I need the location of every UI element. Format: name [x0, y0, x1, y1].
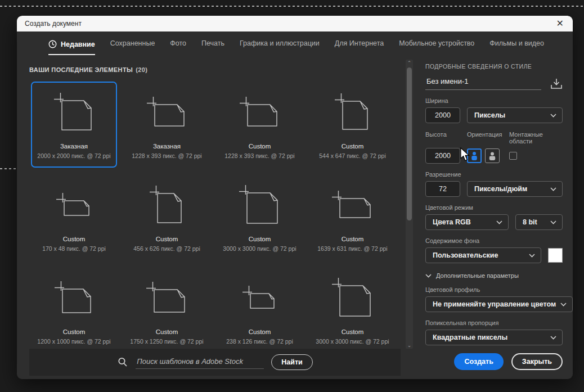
- tab-label: Для Интернета: [335, 39, 384, 47]
- color-profile-label: Цветовой профиль: [425, 286, 563, 293]
- height-label: Высота: [425, 131, 467, 145]
- tab-film[interactable]: Фильмы и видео: [489, 39, 544, 55]
- document-page-icon: [311, 175, 394, 236]
- document-page-icon: [218, 175, 302, 236]
- bit-depth-dropdown[interactable]: 8 bit: [515, 214, 563, 230]
- document-page-icon: [218, 268, 302, 328]
- chevron-down-icon: [560, 303, 567, 307]
- recent-header: ВАШИ ПОСЛЕДНИЕ ЭЛЕМЕНТЫ(20): [29, 66, 416, 73]
- document-page-icon: [125, 268, 209, 328]
- color-mode-dropdown[interactable]: Цвета RGB: [425, 214, 509, 230]
- dialog-titlebar[interactable]: Создать документ ✕: [17, 16, 573, 31]
- advanced-options-toggle[interactable]: Дополнительные параметры: [425, 272, 563, 279]
- tab-web[interactable]: Для Интернета: [335, 39, 384, 55]
- document-name: Custom: [156, 236, 178, 242]
- document-name: Custom: [342, 236, 364, 242]
- recent-item-card[interactable]: Custom456 x 626 пикс. @ 72 ppi: [124, 174, 210, 260]
- recent-item-card[interactable]: Custom1639 x 631 пикс. @ 72 ppi: [309, 174, 396, 260]
- chevron-down-icon: [550, 187, 556, 191]
- color-profile-dropdown[interactable]: Не применяйте управление цветом: [425, 296, 573, 312]
- color-mode-value: Цвета RGB: [433, 218, 492, 226]
- document-name: Custom: [63, 328, 86, 335]
- document-page-icon: [311, 83, 394, 143]
- recent-item-card[interactable]: Custom3000 x 3000 пикс. @ 72 ppi: [217, 174, 303, 260]
- document-name-field[interactable]: Без имени-1: [425, 77, 541, 90]
- dialog-title: Создать документ: [25, 20, 82, 28]
- recent-item-card[interactable]: Custom170 x 48 пикс. @ 72 ppi: [31, 174, 117, 260]
- tab-saved[interactable]: Сохраненные: [110, 39, 155, 55]
- close-button[interactable]: Закрыть: [511, 353, 563, 370]
- recent-item-card[interactable]: Заказная1228 x 393 пикс. @ 72 ppi: [124, 82, 210, 168]
- selection-ants-left: [0, 168, 17, 169]
- document-name: Custom: [249, 236, 271, 242]
- chevron-down-icon: [529, 254, 535, 258]
- search-input[interactable]: [136, 355, 264, 369]
- recent-count: (20): [136, 66, 147, 73]
- recent-item-card[interactable]: Custom238 x 126 пикс. @ 72 ppi: [217, 267, 303, 353]
- resolution-unit-dropdown[interactable]: Пикселы/дюйм: [467, 181, 563, 197]
- document-name: Custom: [249, 328, 271, 335]
- document-dimensions: 1200 x 1000 пикс. @ 72 ppi: [37, 338, 110, 345]
- preset-details-panel: ПОДРОБНЫЕ СВЕДЕНИЯ О СТИЛЕ Без имени-1 Ш…: [416, 55, 573, 379]
- search-button[interactable]: Найти: [271, 354, 312, 370]
- stock-search-bar: Найти: [29, 349, 401, 376]
- bit-depth-value: 8 bit: [523, 218, 546, 226]
- document-dimensions: 2000 x 2000 пикс. @ 72 ppi: [37, 152, 110, 159]
- scrollbar-thumb[interactable]: [407, 67, 412, 220]
- width-label: Ширина: [425, 97, 563, 104]
- tab-print[interactable]: Печать: [201, 39, 224, 55]
- width-unit-dropdown[interactable]: Пикселы: [467, 107, 563, 123]
- document-name: Заказная: [153, 143, 181, 150]
- advanced-options-label: Дополнительные параметры: [436, 272, 519, 279]
- document-dimensions: 1228 x 393 пикс. @ 72 ppi: [224, 152, 294, 159]
- scroll-up-icon[interactable]: ⌃: [406, 60, 413, 66]
- category-tabbar: НедавниеСохраненныеФотоПечатьГрафика и и…: [17, 31, 573, 55]
- tab-mobile[interactable]: Мобильное устройство: [399, 39, 474, 55]
- recent-item-card[interactable]: Custom1228 x 393 пикс. @ 72 ppi: [217, 82, 303, 168]
- tab-label: Печать: [201, 39, 224, 47]
- document-page-icon: [32, 175, 116, 236]
- tab-art[interactable]: Графика и иллюстрации: [240, 39, 320, 55]
- document-name: Custom: [342, 143, 364, 150]
- scrollbar[interactable]: ⌃ ⌄: [406, 60, 413, 349]
- create-button[interactable]: Создать: [454, 353, 503, 370]
- download-preset-icon[interactable]: [550, 78, 563, 90]
- document-page-icon: [32, 268, 116, 328]
- resolution-input[interactable]: [425, 181, 460, 197]
- chevron-down-icon: [425, 274, 432, 278]
- document-dimensions: 3000 x 3000 пикс. @ 72 ppi: [223, 245, 296, 252]
- pixel-aspect-label: Попиксельная пропорция: [425, 319, 563, 326]
- document-dimensions: 456 x 626 пикс. @ 72 ppi: [133, 245, 200, 252]
- chevron-down-icon: [496, 220, 502, 224]
- pixel-aspect-dropdown[interactable]: Квадратные пикселы: [425, 330, 563, 345]
- recent-item-card[interactable]: Custom544 x 647 пикс. @ 72 ppi: [309, 82, 396, 168]
- color-mode-label: Цветовой режим: [425, 204, 563, 211]
- height-input[interactable]: [425, 148, 460, 164]
- preset-details-header: ПОДРОБНЫЕ СВЕДЕНИЯ О СТИЛЕ: [425, 63, 563, 70]
- orientation-portrait-button[interactable]: [467, 148, 482, 163]
- width-input[interactable]: [425, 107, 460, 123]
- orientation-landscape-button[interactable]: [485, 148, 500, 163]
- close-icon[interactable]: ✕: [555, 19, 565, 28]
- artboards-checkbox[interactable]: [509, 152, 517, 160]
- recent-item-card[interactable]: Custom3000 x 3000 пикс. @ 72 ppi: [309, 267, 396, 353]
- recent-item-card[interactable]: Custom1750 x 1250 пикс. @ 72 ppi: [124, 267, 210, 353]
- artboards-label: Монтажные области: [509, 131, 563, 145]
- background-color-swatch[interactable]: [548, 248, 563, 263]
- document-page-icon: [125, 175, 209, 236]
- scroll-down-icon[interactable]: ⌄: [406, 343, 413, 348]
- tab-recent[interactable]: Недавние: [48, 40, 95, 55]
- document-page-icon: [32, 83, 116, 143]
- orientation-label: Ориентация: [467, 131, 509, 145]
- background-label: Содержимое фона: [425, 237, 563, 244]
- tab-photo[interactable]: Фото: [170, 39, 186, 55]
- chevron-down-icon: [550, 220, 556, 224]
- document-dimensions: 1750 x 1250 пикс. @ 72 ppi: [130, 338, 203, 345]
- background-dropdown[interactable]: Пользовательские: [425, 247, 541, 263]
- document-name: Custom: [156, 328, 178, 335]
- document-dimensions: 1228 x 393 пикс. @ 72 ppi: [132, 152, 201, 159]
- recent-item-card[interactable]: Custom1200 x 1000 пикс. @ 72 ppi: [31, 267, 117, 353]
- recent-item-card[interactable]: Заказная2000 x 2000 пикс. @ 72 ppi: [31, 82, 117, 168]
- pixel-aspect-value: Квадратные пикселы: [433, 334, 546, 341]
- selection-ants-top: [0, 6, 584, 7]
